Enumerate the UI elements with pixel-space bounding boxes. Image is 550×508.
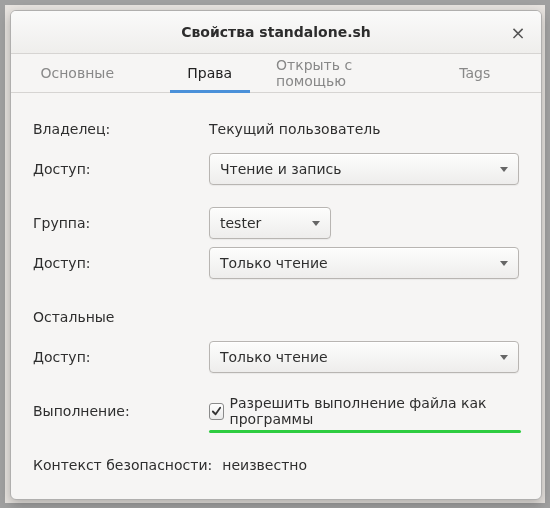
owner-value: Текущий пользователь bbox=[209, 121, 380, 137]
execute-checkbox-row: Разрешить выполнение файла как программы bbox=[209, 395, 519, 427]
combo-value: tester bbox=[220, 215, 261, 231]
tab-label: Права bbox=[187, 65, 232, 81]
chevron-down-icon bbox=[500, 355, 508, 360]
execute-checkbox-label: Разрешить выполнение файла как программы bbox=[230, 395, 519, 427]
close-button[interactable]: × bbox=[507, 21, 529, 43]
tab-bar: Основные Права Открыть с помощью Tags bbox=[11, 54, 541, 93]
properties-dialog: Свойства standalone.sh × Основные Права … bbox=[10, 10, 542, 500]
combo-value: Только чтение bbox=[220, 255, 328, 271]
group-access-label: Доступ: bbox=[33, 255, 209, 271]
chevron-down-icon bbox=[500, 261, 508, 266]
chevron-down-icon bbox=[312, 221, 320, 226]
window-title: Свойства standalone.sh bbox=[181, 24, 371, 40]
owner-access-label: Доступ: bbox=[33, 161, 209, 177]
tab-label: Tags bbox=[459, 65, 490, 81]
permissions-panel: Владелец: Текущий пользователь Доступ: Ч… bbox=[11, 93, 541, 499]
check-icon bbox=[211, 406, 222, 417]
owner-label: Владелец: bbox=[33, 121, 209, 137]
execute-checkbox[interactable] bbox=[209, 403, 224, 420]
tab-tags[interactable]: Tags bbox=[409, 54, 542, 92]
combo-value: Только чтение bbox=[220, 349, 328, 365]
others-access-combo[interactable]: Только чтение bbox=[209, 341, 519, 373]
tab-open-with[interactable]: Открыть с помощью bbox=[276, 54, 409, 92]
titlebar: Свойства standalone.sh × bbox=[11, 11, 541, 54]
owner-access-combo[interactable]: Чтение и запись bbox=[209, 153, 519, 185]
others-access-label: Доступ: bbox=[33, 349, 209, 365]
group-label: Группа: bbox=[33, 215, 209, 231]
tab-label: Основные bbox=[40, 65, 114, 81]
chevron-down-icon bbox=[500, 167, 508, 172]
close-icon: × bbox=[510, 22, 525, 43]
highlight-underline bbox=[209, 430, 521, 433]
tab-basic[interactable]: Основные bbox=[11, 54, 144, 92]
execute-label: Выполнение: bbox=[33, 403, 209, 419]
tab-permissions[interactable]: Права bbox=[144, 54, 277, 92]
security-context-label: Контекст безопасности: bbox=[33, 457, 212, 473]
group-combo[interactable]: tester bbox=[209, 207, 331, 239]
tab-label: Открыть с помощью bbox=[276, 57, 409, 89]
others-heading: Остальные bbox=[33, 309, 209, 325]
group-access-combo[interactable]: Только чтение bbox=[209, 247, 519, 279]
combo-value: Чтение и запись bbox=[220, 161, 341, 177]
security-context-value: неизвестно bbox=[222, 457, 307, 473]
